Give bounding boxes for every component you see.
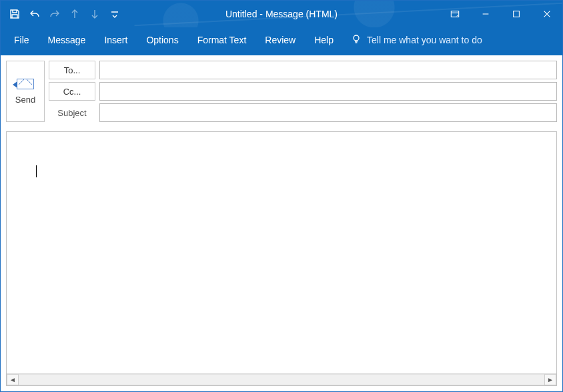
tell-me-search[interactable]: Tell me what you want to do — [343, 29, 490, 52]
maximize-icon[interactable] — [501, 1, 532, 27]
menu-format-text[interactable]: Format Text — [188, 29, 256, 51]
tell-me-label: Tell me what you want to do — [367, 35, 482, 45]
redo-icon — [45, 1, 65, 27]
window-controls — [440, 1, 562, 27]
send-label: Send — [15, 95, 35, 105]
send-button[interactable]: Send — [6, 61, 45, 122]
to-button[interactable]: To... — [49, 61, 95, 79]
menu-review[interactable]: Review — [255, 29, 305, 51]
undo-icon[interactable] — [25, 1, 45, 27]
svg-rect-0 — [451, 11, 458, 17]
minimize-icon[interactable] — [470, 1, 501, 27]
menu-options[interactable]: Options — [137, 29, 187, 51]
menu-insert[interactable]: Insert — [95, 29, 137, 51]
menu-message[interactable]: Message — [39, 29, 95, 51]
svg-point-2 — [354, 35, 359, 41]
menu-file[interactable]: File — [5, 29, 39, 51]
menu-bar: File Message Insert Options Format Text … — [1, 27, 562, 55]
subject-label: Subject — [49, 103, 95, 122]
quick-access-toolbar — [1, 1, 125, 27]
message-body-container: ◄ ► — [6, 131, 557, 386]
text-caret-icon — [36, 165, 37, 177]
scroll-left-icon[interactable]: ◄ — [7, 374, 19, 385]
close-icon[interactable] — [532, 1, 562, 27]
scroll-right-icon[interactable]: ► — [544, 374, 556, 385]
cc-field[interactable] — [99, 82, 557, 101]
compose-window: Untitled - Message (HTML) File Message I… — [0, 0, 563, 392]
save-icon[interactable] — [5, 1, 25, 27]
previous-item-icon — [65, 1, 85, 27]
customize-qat-icon[interactable] — [105, 1, 125, 27]
scroll-track[interactable] — [19, 374, 544, 385]
send-icon — [17, 79, 34, 89]
subject-field[interactable] — [99, 103, 557, 122]
compose-area: Send To... Cc... Subject ◄ ► — [1, 55, 562, 391]
message-body[interactable] — [7, 132, 556, 373]
lightbulb-icon — [351, 34, 362, 47]
horizontal-scrollbar[interactable]: ◄ ► — [7, 373, 556, 385]
cc-button[interactable]: Cc... — [49, 82, 95, 101]
ribbon-display-options-icon[interactable] — [440, 1, 470, 27]
menu-help[interactable]: Help — [305, 29, 343, 51]
next-item-icon — [85, 1, 105, 27]
to-field[interactable] — [99, 61, 557, 79]
message-header: Send To... Cc... Subject — [6, 61, 557, 122]
title-bar: Untitled - Message (HTML) — [1, 1, 562, 27]
svg-rect-1 — [514, 11, 520, 17]
